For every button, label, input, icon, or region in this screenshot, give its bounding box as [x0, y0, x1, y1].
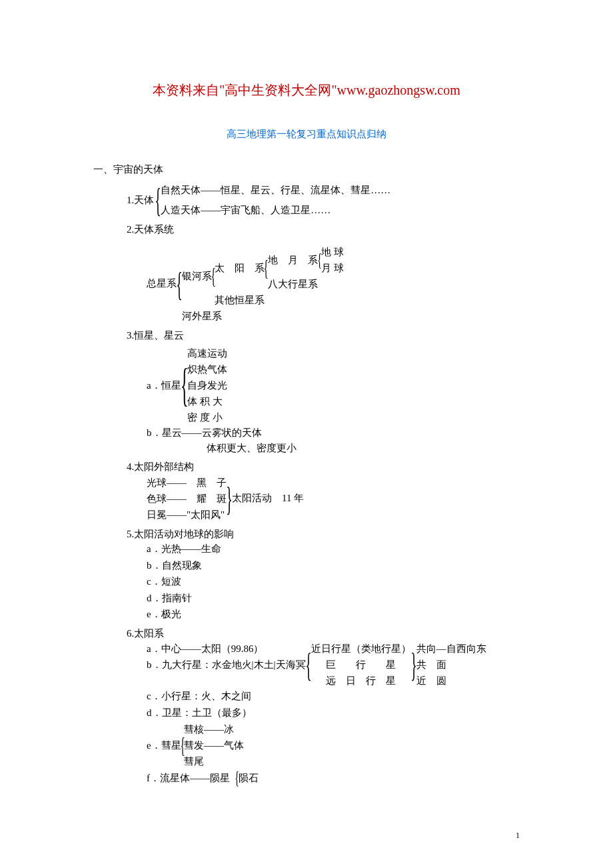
item-3b-sub: 体积更大、密度更小 [207, 441, 520, 456]
planet-type-2: 巨 行 星 [311, 657, 411, 673]
item-5c: c．短波 [147, 574, 520, 589]
star-prop-5: 密 度 小 [187, 409, 227, 425]
badaxingxi: 八大行星系 [268, 276, 344, 292]
orbit-prop-2: 共 面 [416, 657, 486, 673]
source-header: 本资料来自"高中生资料大全网"www.gaozhongsw.com [93, 80, 520, 100]
page-number: 1 [516, 829, 520, 841]
yueqiu: 月 球 [321, 260, 344, 276]
sun-layer-3: 日冕——"太阳风" [147, 507, 227, 523]
orbit-prop-1: 共向—自西向东 [416, 641, 486, 657]
yinhexi: 银河系 [182, 268, 212, 284]
item-1-label: 1.天体 [127, 193, 154, 208]
planet-type-1: 近日行星（类地行星） [311, 641, 411, 657]
sun-layer-1: 光球—— 黑 子 [147, 475, 227, 491]
item-5: 5.太阳活动对地球的影响 a．光热——生命 b．自然现象 c．短波 d．指南针 … [127, 527, 520, 622]
document-subtitle: 高三地理第一轮复习重点知识点归纳 [93, 127, 520, 142]
item-6b: b．九大行星：水金地火|木土|天海冥 [147, 657, 306, 673]
comet-part-2: 彗发——气体 [184, 737, 244, 753]
natural-body: 自然天体——恒星、星云、行星、流星体、彗星…… [161, 182, 390, 198]
item-2-label: 2.天体系统 [127, 222, 520, 237]
item-6d: d．卫星：土卫（最多） [147, 705, 520, 721]
item-6c: c．小行星：火、木之间 [147, 689, 520, 704]
item-4-label: 4.太阳外部结构 [127, 459, 520, 475]
star-prop-4: 体 积 大 [187, 393, 227, 409]
taiyangxi: 太 阳 系 [215, 260, 265, 276]
solar-activity: 太阳活动 11 年 [232, 491, 304, 506]
meteorite: 陨石 [239, 771, 259, 786]
item-6: 6.太阳系 a．中心——太阳（99.86） b．九大行星：水金地火|木土|天海冥… [127, 626, 520, 786]
item-6e-label: e．彗星 [147, 738, 181, 753]
item-5e: e．极光 [147, 607, 520, 622]
diyuexi: 地 月 系 [268, 252, 318, 268]
item-5a: a．光热——生命 [147, 541, 520, 557]
item-5b: b．自然现象 [147, 558, 520, 573]
item-5-label: 5.太阳活动对地球的影响 [127, 527, 520, 542]
star-prop-3: 自身发光 [187, 377, 227, 393]
item-5d: d．指南针 [147, 591, 520, 606]
zongxingxi: 总星系 [147, 276, 177, 291]
item-3a-label: a．恒星 [147, 378, 181, 393]
item-3b: b．星云——云雾状的天体 [147, 425, 520, 441]
item-3: 3.恒星、星云 a．恒星 { 高速运动 炽热气体 自身发光 体 积 大 密 度 … [127, 328, 520, 456]
item-4: 4.太阳外部结构 光球—— 黑 子 色球—— 耀 斑 日冕——"太阳风" } 太… [127, 459, 520, 523]
diqiu: 地 球 [321, 244, 344, 260]
header-prefix: 本资料来自"高中生资料大全网" [153, 83, 336, 97]
planet-type-3: 远 日 行 星 [311, 673, 411, 689]
item-3-label: 3.恒星、星云 [127, 328, 520, 343]
sun-layer-2: 色球—— 耀 斑 [147, 491, 227, 507]
item-2: 2.天体系统 总星系 { 银河系 { 太 阳 系 { 地 月 系 { [127, 222, 520, 324]
item-6-label: 6.太阳系 [127, 626, 520, 641]
star-prop-2: 炽热气体 [187, 361, 227, 377]
item-1: 1.天体 { 自然天体——恒星、星云、行星、流星体、彗星…… 人造天体——宇宙飞… [127, 182, 520, 218]
section-1-title: 一、宇宙的天体 [93, 162, 520, 177]
qitahengxing: 其他恒星系 [215, 292, 344, 308]
item-1-options: 自然天体——恒星、星云、行星、流星体、彗星…… 人造天体——宇宙飞船、人造卫星…… [161, 182, 390, 218]
item-6f: f．流星体——陨星 [147, 771, 230, 786]
star-prop-1: 高速运动 [187, 345, 227, 361]
header-url: www.gaozhongsw.com [337, 83, 460, 97]
orbit-prop-3: 近 圆 [416, 673, 486, 689]
artificial-body: 人造天体——宇宙飞船、人造卫星…… [161, 202, 390, 218]
item-6a: a．中心——太阳（99.86） [147, 641, 306, 657]
comet-part-1: 彗核——冰 [184, 721, 244, 737]
hewaixingxi: 河外星系 [182, 308, 344, 324]
